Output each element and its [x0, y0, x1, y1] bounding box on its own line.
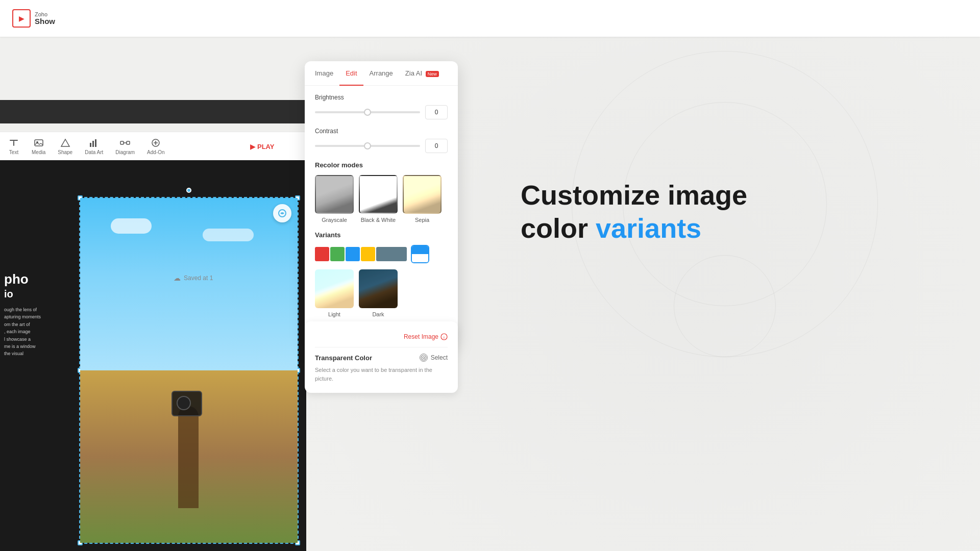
- play-label: PLAY: [257, 143, 274, 151]
- contrast-slider[interactable]: [315, 145, 420, 147]
- logo-show: Show: [35, 17, 55, 26]
- image-selection[interactable]: [79, 197, 299, 544]
- svg-point-19: [421, 355, 426, 360]
- diagram-icon: [119, 137, 131, 148]
- slide-image: [80, 198, 298, 543]
- tool-diagram-label: Diagram: [115, 149, 135, 155]
- variants-title: Variants: [315, 231, 448, 239]
- svg-rect-9: [127, 141, 130, 144]
- variant-light[interactable]: Light: [315, 269, 354, 317]
- brightness-slider[interactable]: [315, 111, 420, 113]
- recolor-thumb-bw: [359, 175, 398, 214]
- custom-color-bottom: [412, 254, 428, 262]
- top-bar: Zoho Show: [0, 0, 980, 37]
- panel-body: Brightness 0 Contrast 0 Recolor modes Gr…: [305, 86, 458, 339]
- recolor-sepia[interactable]: Sepia: [403, 175, 442, 223]
- brightness-value[interactable]: 0: [425, 105, 448, 119]
- recolor-thumb-sepia: [403, 175, 442, 214]
- cloud1: [111, 218, 152, 234]
- tab-image[interactable]: Image: [309, 61, 339, 85]
- recolor-thumb-grayscale: [315, 175, 354, 214]
- tab-edit[interactable]: Edit: [339, 61, 363, 85]
- svg-rect-0: [10, 140, 18, 141]
- contrast-value[interactable]: 0: [425, 139, 448, 153]
- camera: [172, 391, 202, 416]
- marketing-area: Customize image color variants: [521, 179, 747, 245]
- select-label: Select: [431, 354, 448, 361]
- tool-text[interactable]: Text: [8, 137, 19, 155]
- color-red[interactable]: [315, 247, 329, 261]
- save-status-text: Saved at 1: [184, 274, 213, 282]
- variant-dark[interactable]: Dark: [359, 269, 398, 317]
- dark-toolbar: [0, 100, 306, 123]
- tab-arrange[interactable]: Arrange: [363, 61, 399, 85]
- color-yellow[interactable]: [361, 247, 375, 261]
- text-pho: pho: [4, 272, 41, 286]
- select-icon: [420, 354, 428, 362]
- color-blue[interactable]: [346, 247, 360, 261]
- edit-panel: Image Edit Arrange Zia AI New Brightness…: [305, 61, 458, 347]
- transparent-title: Transparent Color: [315, 354, 372, 362]
- tool-addon[interactable]: Add-On: [147, 137, 164, 155]
- logo-text: Zoho Show: [35, 11, 55, 26]
- text-io: io: [4, 286, 41, 302]
- color-green[interactable]: [330, 247, 345, 261]
- text-body: ough the lens ofapturing momentsom the a…: [4, 306, 41, 358]
- svg-rect-5: [90, 143, 91, 147]
- svg-text:i: i: [444, 335, 445, 340]
- image-recolor-badge[interactable]: [273, 204, 291, 222]
- tool-shape-label: Shape: [58, 149, 72, 155]
- custom-color-btn[interactable]: [411, 245, 429, 263]
- logo: Zoho Show: [12, 9, 55, 28]
- tab-zia-ai[interactable]: Zia AI New: [399, 61, 445, 85]
- svg-rect-7: [95, 139, 96, 147]
- dark-inner: [359, 269, 398, 308]
- recolor-grayscale[interactable]: Grayscale: [315, 175, 354, 223]
- color-gray-wide[interactable]: [376, 247, 407, 261]
- tool-media-label: Media: [32, 149, 45, 155]
- custom-color-top: [412, 246, 428, 254]
- variant-images: Light Dark: [315, 269, 448, 317]
- brightness-label: Brightness: [315, 94, 448, 101]
- grayscale-inner: [316, 176, 353, 213]
- sepia-inner: [404, 176, 440, 213]
- brightness-row: 0: [315, 105, 448, 119]
- transparent-color-panel: Reset Image i Transparent Color Select S…: [305, 321, 458, 393]
- color-bar: [315, 245, 448, 263]
- variant-dark-label: Dark: [372, 311, 384, 317]
- grayscale-label: Grayscale: [322, 217, 347, 223]
- svg-rect-1: [13, 141, 14, 146]
- reset-image-link2[interactable]: Reset Image i: [404, 333, 448, 340]
- text-icon: [8, 137, 19, 148]
- contrast-thumb[interactable]: [364, 142, 371, 149]
- rotate-handle[interactable]: [186, 188, 191, 193]
- canvas-area: pho io ough the lens ofapturing momentso…: [0, 160, 306, 551]
- tool-media[interactable]: Media: [32, 137, 45, 155]
- play-icon: ▶: [250, 143, 255, 151]
- recolor-bw[interactable]: Black & White: [359, 175, 398, 223]
- camera-lens: [177, 396, 191, 410]
- tool-diagram[interactable]: Diagram: [115, 137, 135, 155]
- tool-addon-label: Add-On: [147, 149, 164, 155]
- panel-tabs: Image Edit Arrange Zia AI New: [305, 61, 458, 86]
- addon-icon: [150, 137, 161, 148]
- svg-rect-2: [35, 140, 43, 146]
- svg-rect-6: [92, 141, 94, 147]
- light-inner: [315, 269, 354, 308]
- tool-dataart-label: Data Art: [85, 149, 103, 155]
- tool-dataart[interactable]: Data Art: [85, 137, 103, 155]
- zia-new-badge: New: [426, 71, 439, 77]
- tool-text-label: Text: [9, 149, 18, 155]
- select-button[interactable]: Select: [420, 354, 448, 362]
- brightness-thumb[interactable]: [364, 109, 371, 116]
- variant-light-label: Light: [328, 311, 340, 317]
- variant-thumb-light: [315, 269, 354, 308]
- marketing-heading: Customize image color variants: [521, 179, 747, 245]
- marketing-line2-plain: color: [521, 213, 596, 243]
- tool-shape[interactable]: Shape: [58, 137, 72, 155]
- svg-rect-8: [120, 141, 124, 144]
- svg-point-20: [423, 357, 425, 359]
- play-button[interactable]: ▶ PLAY: [250, 136, 274, 157]
- recolor-grid: Grayscale Black & White Sepia: [315, 175, 448, 223]
- dataart-icon: [88, 137, 100, 148]
